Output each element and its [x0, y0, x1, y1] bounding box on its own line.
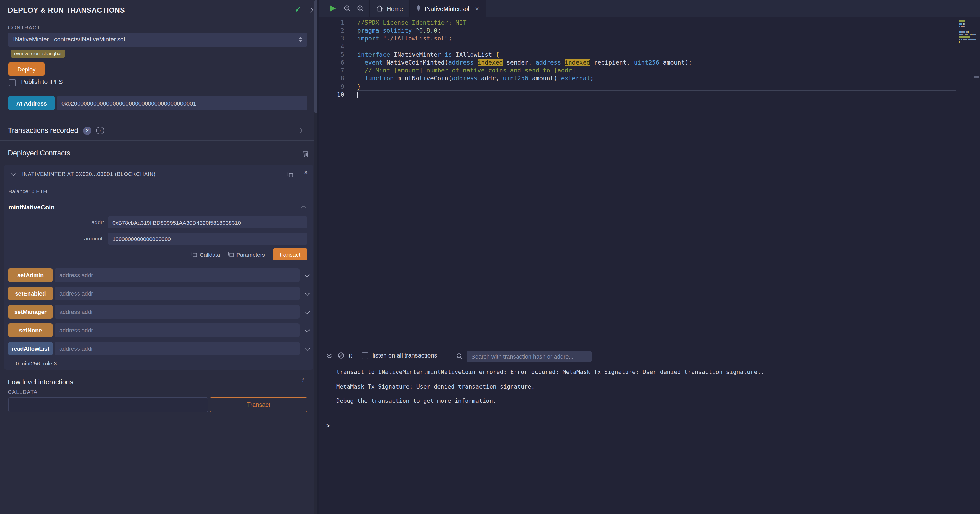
minimap-row — [959, 26, 977, 27]
function-row: setEnabled — [8, 287, 312, 300]
publish-ipfs-checkbox[interactable] — [9, 79, 16, 86]
solidity-icon — [416, 5, 421, 13]
chevron-down-icon[interactable] — [304, 290, 310, 296]
deploy-button[interactable]: Deploy — [8, 62, 45, 76]
chevron-right-icon[interactable] — [297, 128, 302, 133]
close-icon[interactable]: × — [475, 5, 479, 13]
minimap-row — [959, 33, 977, 35]
terminal-line: Debug the transaction to get more inform… — [336, 394, 764, 408]
terminal-line: transact to INativeMinter.mintNativeCoin… — [336, 365, 764, 379]
chevron-down-icon[interactable] — [304, 346, 310, 351]
minimap-row — [959, 41, 977, 43]
function-button-setEnabled[interactable]: setEnabled — [8, 287, 52, 300]
copy-icon[interactable] — [288, 170, 293, 179]
function-input-setManager[interactable] — [55, 305, 299, 319]
chevron-down-icon[interactable] — [304, 309, 310, 314]
function-button-setManager[interactable]: setManager — [8, 305, 52, 319]
chevron-right-icon[interactable] — [308, 8, 313, 13]
function-row: setAdmin — [8, 268, 312, 282]
scrollbar-thumb[interactable] — [314, 0, 317, 113]
scrollbar-marker[interactable] — [974, 76, 979, 78]
calldata-label: CALLDATA — [8, 389, 38, 395]
transactions-count-badge: 2 — [83, 127, 91, 135]
transactions-recorded-bar[interactable]: Transactions recorded 2 i — [0, 120, 317, 141]
code-line — [357, 90, 956, 98]
minimap-row — [959, 23, 977, 25]
line-number: 7 — [320, 67, 344, 75]
zoom-out-icon[interactable] — [344, 5, 351, 14]
function-input-setNone[interactable] — [55, 324, 299, 337]
function-input-setEnabled[interactable] — [55, 287, 299, 300]
calldata-input[interactable] — [8, 397, 208, 412]
transact-button[interactable]: transact — [273, 248, 307, 260]
trash-icon[interactable] — [303, 150, 309, 160]
tab-inativeminter[interactable]: INativeMinter.sol × — [410, 0, 486, 17]
terminal-prompt[interactable]: > — [326, 422, 330, 430]
function-button-setNone[interactable]: setNone — [8, 324, 52, 337]
listen-transactions-checkbox[interactable] — [361, 352, 368, 359]
info-icon: i — [302, 376, 304, 384]
code-line: pragma solidity ^0.8.0; — [357, 27, 956, 35]
search-icon — [456, 352, 463, 362]
deploy-run-panel: DEPLOY & RUN TRANSACTIONS ✓ CONTRACT INa… — [0, 0, 317, 514]
code-editor[interactable]: 12345678910 //SPDX-License-Identifier: M… — [320, 17, 980, 347]
line-number: 10 — [320, 91, 344, 99]
zoom-in-icon[interactable] — [357, 5, 364, 14]
listen-transactions-label: listen on all transactions — [372, 352, 437, 359]
transactions-recorded-label: Transactions recorded — [8, 127, 78, 135]
expand-terminal-icon[interactable] — [326, 352, 332, 362]
tab-home[interactable]: Home — [369, 0, 410, 17]
at-address-button[interactable]: At Address — [8, 96, 55, 110]
minimap-row — [959, 31, 977, 33]
call-output: 0: uint256: role 3 — [16, 360, 57, 366]
chevron-down-icon[interactable] — [304, 327, 310, 333]
minimap[interactable] — [959, 21, 977, 47]
minimap-row — [959, 36, 977, 38]
line-number: 3 — [320, 35, 344, 43]
minimap-row — [959, 29, 977, 30]
panel-scrollbar[interactable] — [314, 0, 317, 514]
copy-calldata-label: Calldata — [200, 251, 220, 257]
function-row: setManager — [8, 305, 312, 319]
field-input-addr[interactable] — [108, 216, 307, 228]
minimap-row — [959, 21, 977, 22]
contract-balance: Balance: 0 ETH — [8, 188, 47, 194]
editor-tabbar: Home INativeMinter.sol × — [320, 0, 980, 17]
deployed-contracts-heading: Deployed Contracts — [8, 149, 70, 157]
close-icon[interactable]: × — [304, 168, 308, 176]
publish-ipfs-label: Publish to IPFS — [21, 79, 63, 85]
editor-code[interactable]: //SPDX-License-Identifier: MITpragma sol… — [357, 19, 956, 99]
chevron-down-icon[interactable] — [304, 272, 310, 278]
line-number: 2 — [320, 27, 344, 35]
deployed-contract-title: INATIVEMINTER AT 0X020...00001 (BLOCKCHA… — [22, 171, 156, 177]
function-button-readAllowList[interactable]: readAllowList — [8, 342, 52, 355]
tab-label: INativeMinter.sol — [425, 6, 469, 12]
text-cursor — [357, 92, 358, 98]
code-line — [357, 43, 956, 51]
at-address-input[interactable] — [57, 96, 307, 110]
function-action-row: Calldata Parameters transact — [108, 248, 307, 260]
editor-gutter: 12345678910 — [320, 19, 344, 99]
terminal-search-input[interactable] — [467, 351, 592, 362]
select-caret-icon — [299, 37, 303, 42]
copy-calldata[interactable]: Calldata — [191, 251, 220, 257]
line-number: 8 — [320, 75, 344, 83]
low-level-transact-button[interactable]: Transact — [210, 397, 307, 412]
function-input-setAdmin[interactable] — [55, 268, 299, 282]
function-row: readAllowList — [8, 342, 312, 355]
function-input-readAllowList[interactable] — [55, 342, 299, 355]
run-script-icon[interactable] — [330, 5, 336, 11]
function-button-setAdmin[interactable]: setAdmin — [8, 268, 52, 282]
panel-title: DEPLOY & RUN TRANSACTIONS — [8, 6, 125, 14]
field-input-amount[interactable] — [108, 233, 307, 245]
line-number: 9 — [320, 83, 344, 90]
contract-select[interactable]: INativeMinter - contracts/INativeMinter.… — [8, 33, 307, 47]
evm-version-badge: evm version: shanghai — [11, 50, 65, 58]
terminal-panel: 0 listen on all transactions transact to… — [320, 347, 980, 514]
check-icon[interactable]: ✓ — [295, 5, 301, 14]
copy-icon — [191, 251, 197, 257]
terminal-line: MetaMask Tx Signature: User denied trans… — [336, 379, 764, 394]
copy-parameters[interactable]: Parameters — [228, 251, 265, 257]
line-number: 4 — [320, 43, 344, 51]
section-divider — [0, 374, 317, 374]
